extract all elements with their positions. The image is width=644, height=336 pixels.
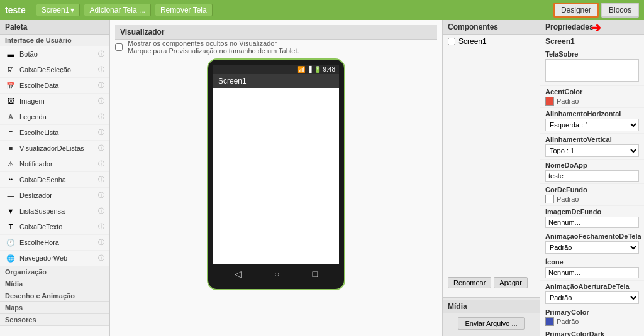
palette-item-label: VisualizadorDeListas <box>19 144 84 152</box>
info-icon[interactable]: ⓘ <box>98 50 104 58</box>
rename-btn[interactable]: Renomear <box>448 277 491 288</box>
time-icon: 🕐 <box>5 237 16 248</box>
palette-item-vizlistas[interactable]: ≡ VisualizadorDeListas ⓘ <box>0 141 109 156</box>
info-icon[interactable]: ⓘ <box>98 222 104 231</box>
telasobre-textarea[interactable] <box>545 59 639 82</box>
info-icon[interactable]: ⓘ <box>98 207 104 215</box>
palette-item-label: Imagem <box>19 97 45 105</box>
blocos-btn[interactable]: Blocos <box>601 3 639 18</box>
palette-item-label: Deslizador <box>19 192 52 199</box>
prop-icone: Ícone <box>540 256 644 281</box>
recent-nav-btn[interactable]: □ <box>313 269 318 279</box>
palette-section-draw: Desenho e Animação <box>0 290 109 302</box>
palette-section-maps: Maps <box>0 302 109 314</box>
palette-item-escolhehora[interactable]: 🕐 EscolheHora ⓘ <box>0 235 109 251</box>
info-icon[interactable]: ⓘ <box>98 97 104 106</box>
alinhamento-h-select[interactable]: Esquerda : 1 <box>545 119 639 131</box>
palette-item-label: EscolheHora <box>19 239 59 246</box>
imagem-fundo-input[interactable] <box>545 217 639 228</box>
show-hidden-checkbox[interactable] <box>115 43 123 51</box>
palette-panel: Paleta Interface de Usuário ▬ Botão ⓘ ☑ … <box>0 20 110 336</box>
palette-item-label: Legenda <box>19 113 47 121</box>
prop-anim-abertura: AnimaçãoAberturaDeTela Padrão <box>540 281 644 306</box>
add-screen-btn[interactable]: Adicionar Tela ... <box>84 4 151 16</box>
delete-btn[interactable]: Apagar <box>494 277 527 288</box>
info-icon[interactable]: ⓘ <box>98 254 104 263</box>
phone-nav-bar: ◁ ○ □ <box>213 264 339 284</box>
palette-item-deslizador[interactable]: — Deslizador ⓘ <box>0 188 109 203</box>
info-icon[interactable]: ⓘ <box>98 81 104 90</box>
app-title: teste <box>5 5 26 15</box>
properties-panel: Propriedades Screen1 TelaSobre AcentColo… <box>540 20 644 336</box>
time-display: 9:48 <box>323 66 335 73</box>
palette-item-caixaselecao[interactable]: ☑ CaixaDeSeleção ⓘ <box>0 62 109 78</box>
cordefundo-swatch[interactable] <box>545 195 554 203</box>
info-icon[interactable]: ⓘ <box>98 160 104 168</box>
screen1-dropdown-btn[interactable]: Screen1 ▾ <box>36 4 80 16</box>
upload-file-btn[interactable]: Enviar Arquivo ... <box>458 317 524 330</box>
back-nav-btn[interactable]: ◁ <box>235 269 242 279</box>
palette-section-sensors: Sensores <box>0 314 109 326</box>
screen1-checkbox[interactable] <box>448 38 455 45</box>
signal-icon: ▐ <box>307 66 311 73</box>
password-icon: •• <box>5 174 16 185</box>
palette-section-org: Organização <box>0 266 109 278</box>
prop-nomeapp: NomeDoApp <box>540 160 644 184</box>
palette-item-escolhedata[interactable]: 📅 EscolheData ⓘ <box>0 78 109 94</box>
info-icon[interactable]: ⓘ <box>98 128 104 137</box>
prop-primarycolor-dark: PrimaryColorDark Padrão <box>540 328 644 336</box>
phone-status-bar: 📶 ▐ 🔋 9:48 <box>213 65 339 74</box>
comp-action-row: Renomear Apagar <box>443 273 540 292</box>
prop-anim-fechamento: AnimaçãoFechamentoDeTela Padrão <box>540 230 644 256</box>
visualizador-panel: Visualizador Mostrar os componentes ocul… <box>110 20 443 336</box>
notifier-icon: ⚠ <box>5 158 16 170</box>
palette-item-legenda[interactable]: A Legenda ⓘ <box>0 109 109 125</box>
screen1-component[interactable]: Screen1 <box>443 35 540 48</box>
remove-screen-btn[interactable]: Remover Tela <box>155 4 213 16</box>
spinner-icon: ▼ <box>5 205 16 217</box>
info-icon[interactable]: ⓘ <box>98 238 104 247</box>
list-picker-icon: ≡ <box>5 127 16 138</box>
palette-item-caixatexto[interactable]: T CaixaDeTexto ⓘ <box>0 219 109 235</box>
palette-item-label: CaixaDeSeleção <box>19 66 71 73</box>
alinhamento-v-select[interactable]: Topo : 1 <box>545 144 639 157</box>
info-icon[interactable]: ⓘ <box>98 175 104 184</box>
viz-sub-label: Marque para Previsualização no tamanho d… <box>128 47 299 55</box>
phone-screen-title: Screen1 <box>218 77 247 85</box>
textbox-icon: T <box>5 221 16 232</box>
label-icon: A <box>5 111 16 122</box>
palette-item-escolhelista[interactable]: ≡ EscolheLista ⓘ <box>0 125 109 141</box>
home-nav-btn[interactable]: ○ <box>274 269 279 279</box>
viz-header: Mostrar os componentes ocultos no Visual… <box>115 40 437 55</box>
palette-item-navegadorweb[interactable]: 🌐 NavegadorWeb ⓘ <box>0 251 109 266</box>
icone-input[interactable] <box>545 267 639 278</box>
info-icon[interactable]: ⓘ <box>98 144 104 153</box>
slider-icon: — <box>5 190 16 201</box>
palette-item-botao[interactable]: ▬ Botão ⓘ <box>0 46 109 62</box>
palette-section-media: Mídia <box>0 278 109 290</box>
palette-item-label: ListaSuspensa <box>19 207 65 215</box>
palette-item-caixasenha[interactable]: •• CaixaDeSenha ⓘ <box>0 172 109 188</box>
primarycolor-swatch[interactable] <box>545 317 554 326</box>
phone-container: 📶 ▐ 🔋 9:48 Screen1 ◁ ○ □ <box>115 58 437 290</box>
phone-mockup: 📶 ▐ 🔋 9:48 Screen1 ◁ ○ □ <box>207 58 345 290</box>
anim-fechamento-select[interactable]: Padrão <box>545 241 639 254</box>
palette-item-listasuspensa[interactable]: ▼ ListaSuspensa ⓘ <box>0 203 109 219</box>
anim-abertura-select[interactable]: Padrão <box>545 291 639 304</box>
accentcolor-swatch[interactable] <box>545 97 554 106</box>
listview-icon: ≡ <box>5 143 16 154</box>
palette-item-imagem[interactable]: 🖼 Imagem ⓘ <box>0 94 109 109</box>
palette-item-label: NavegadorWeb <box>19 254 67 262</box>
info-icon[interactable]: ⓘ <box>98 191 104 200</box>
info-icon[interactable]: ⓘ <box>98 65 104 74</box>
designer-btn[interactable]: Designer <box>553 3 599 18</box>
palette-item-label: Notificador <box>19 160 53 168</box>
info-icon[interactable]: ⓘ <box>98 112 104 121</box>
palette-item-label: CaixaDeTexto <box>19 223 62 230</box>
phone-title-bar: Screen1 <box>213 74 339 88</box>
date-icon: 📅 <box>5 80 16 91</box>
palette-item-notificador[interactable]: ⚠ Notificador ⓘ <box>0 156 109 172</box>
media-title: Mídia <box>443 300 540 313</box>
nomeapp-input[interactable] <box>545 170 639 182</box>
phone-screen[interactable] <box>213 88 339 264</box>
